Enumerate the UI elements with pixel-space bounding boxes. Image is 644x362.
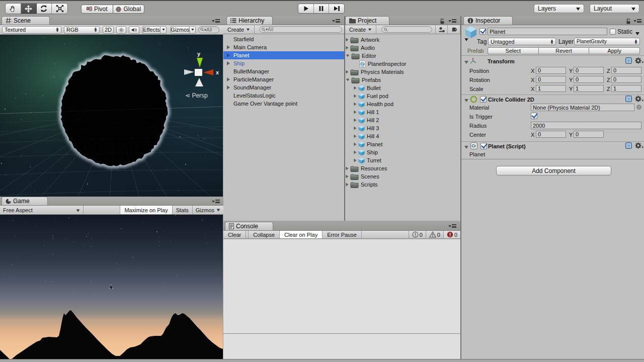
svg-text:x: x	[216, 69, 219, 75]
svg-text:#: #	[363, 63, 364, 66]
svg-text:#: #	[474, 144, 476, 148]
svg-text:y: y	[197, 51, 201, 57]
svg-text:?: ?	[627, 97, 630, 102]
svg-text:?: ?	[627, 59, 630, 63]
svg-text:?: ?	[627, 144, 630, 148]
svg-text:⋖ Persp: ⋖ Persp	[185, 92, 208, 99]
